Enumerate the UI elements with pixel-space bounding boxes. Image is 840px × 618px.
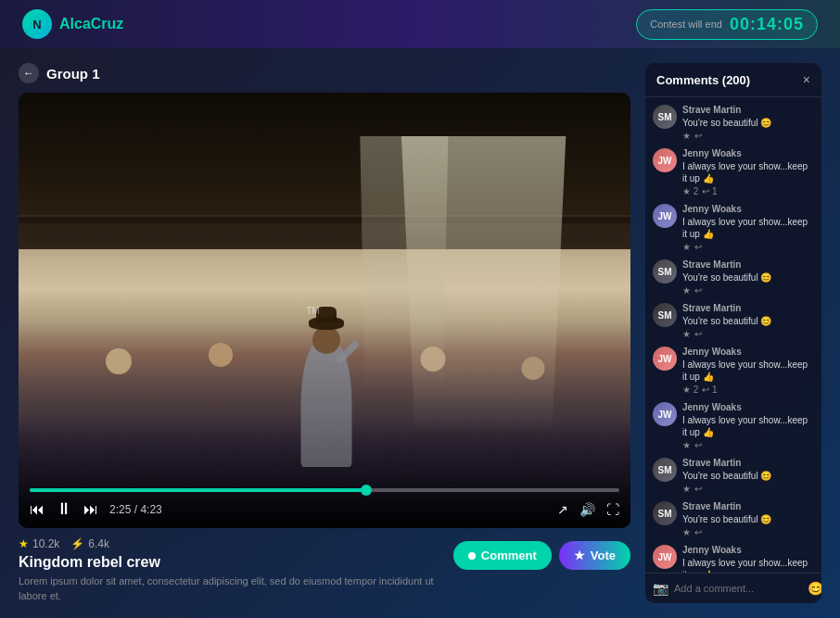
- share-button[interactable]: ↗: [557, 502, 568, 517]
- star-count: 10.2k: [32, 537, 59, 550]
- emoji-button[interactable]: 😊: [808, 581, 821, 596]
- comment-content: Jenny Woaks I always love your show...ke…: [682, 148, 814, 196]
- comment-text: I always love your show...keep it up 👍: [682, 160, 814, 184]
- comment-avatar: SM: [653, 501, 677, 525]
- app-header: N AlcaCruz Contest will end 00:14:05: [0, 0, 840, 48]
- controls-left: ⏮ ⏸ ⏭ 2:25 / 4:23: [30, 499, 162, 519]
- star-icon: ★: [19, 537, 29, 550]
- comment-avatar: SM: [653, 105, 677, 129]
- video-title: Kingdom rebel crew: [19, 554, 453, 571]
- comment-item: SM Strave Martin You're so beautiful 😊 ★…: [653, 105, 814, 141]
- star-comment-button[interactable]: ★: [682, 440, 691, 450]
- comment-content: Strave Martin You're so beautiful 😊 ★ ↩: [682, 458, 814, 494]
- timer-value: 00:14:05: [730, 15, 804, 34]
- reply-comment-button[interactable]: ↩: [694, 440, 702, 450]
- view-count: 6.4k: [88, 537, 109, 550]
- time-display: 2:25 / 4:23: [109, 503, 162, 516]
- comment-button[interactable]: Comment: [453, 541, 552, 570]
- progress-dot: [361, 485, 372, 496]
- video-meta: ★ 10.2k ⚡ 6.4k Kingdom rebel crew Lorem …: [19, 537, 453, 603]
- commenter-name: Jenny Woaks: [682, 347, 814, 357]
- group-title: Group 1: [46, 66, 100, 82]
- logo-text: AlcaCruz: [59, 16, 123, 32]
- logo-icon: N: [22, 9, 52, 39]
- star-comment-button[interactable]: ★: [682, 242, 691, 252]
- comment-content: Strave Martin You're so beautiful 😊 ★ ↩: [682, 105, 814, 141]
- star-comment-button[interactable]: ★: [682, 484, 691, 494]
- reply-comment-button[interactable]: ↩: [694, 285, 702, 296]
- left-panel: ← Group 1: [19, 63, 630, 603]
- comment-actions: ★ ↩: [682, 242, 814, 252]
- camera-icon: 📷: [653, 581, 668, 596]
- comment-actions: ★ ↩: [682, 527, 814, 537]
- comment-item: JW Jenny Woaks I always love your show..…: [653, 204, 814, 252]
- video-player[interactable]: TM ⏮ ⏸ ⏭ 2:25 / 4:23: [19, 93, 630, 528]
- reply-comment-button[interactable]: ↩: [694, 329, 702, 339]
- view-stat: ⚡ 6.4k: [70, 537, 109, 550]
- back-button[interactable]: ←: [19, 63, 39, 83]
- comment-input-area: 📷 😊: [645, 573, 821, 603]
- fullscreen-button[interactable]: ⛶: [606, 502, 619, 517]
- star-comment-button[interactable]: ★: [682, 285, 691, 296]
- comment-icon: [468, 552, 476, 560]
- comment-item: SM Strave Martin You're so beautiful 😊 ★…: [653, 259, 814, 296]
- star-comment-button[interactable]: ★: [682, 527, 691, 537]
- comment-text: I always love your show...keep it up 👍: [682, 216, 814, 240]
- comment-actions: ★ ↩: [682, 484, 814, 494]
- comment-text: You're so beautiful 😊: [682, 271, 814, 284]
- comment-avatar: JW: [653, 545, 677, 569]
- pause-button[interactable]: ⏸: [56, 499, 72, 519]
- comment-avatar: SM: [653, 303, 677, 327]
- comments-title: Comments (200): [656, 73, 750, 87]
- commenter-name: Jenny Woaks: [682, 545, 814, 555]
- comment-item: JW Jenny Woaks I always love your show..…: [653, 347, 814, 395]
- commenter-name: Strave Martin: [682, 501, 814, 511]
- comment-text: You're so beautiful 😊: [682, 513, 814, 525]
- video-info: ★ 10.2k ⚡ 6.4k Kingdom rebel crew Lorem …: [19, 537, 630, 603]
- timer-label: Contest will end: [650, 19, 722, 30]
- video-controls: ⏮ ⏸ ⏭ 2:25 / 4:23 ↗ 🔊 ⛶: [19, 481, 630, 528]
- video-scene: TM: [19, 93, 630, 528]
- comment-input[interactable]: [674, 583, 802, 594]
- star-comment-button[interactable]: ★: [682, 131, 691, 141]
- star-comment-button[interactable]: ★ 2: [682, 385, 698, 395]
- reply-comment-button[interactable]: ↩ 1: [702, 186, 717, 196]
- reply-comment-button[interactable]: ↩: [694, 131, 702, 141]
- comment-text: I always love your show...keep it up 👍: [682, 359, 814, 383]
- main-content: ← Group 1: [0, 48, 840, 618]
- timer-area: Contest will end 00:14:05: [636, 9, 818, 40]
- reply-comment-button[interactable]: ↩ 1: [702, 385, 717, 395]
- comment-content: Strave Martin You're so beautiful 😊 ★ ↩: [682, 303, 814, 339]
- reply-comment-button[interactable]: ↩: [694, 527, 702, 537]
- vote-button[interactable]: ★ Vote: [559, 541, 630, 570]
- progress-bar[interactable]: [30, 488, 619, 492]
- comment-avatar: JW: [653, 204, 677, 228]
- star-comment-button[interactable]: ★ 2: [682, 186, 698, 196]
- star-comment-button[interactable]: ★: [682, 329, 691, 339]
- commenter-name: Strave Martin: [682, 303, 814, 313]
- reply-comment-button[interactable]: ↩: [694, 242, 702, 252]
- close-comments-button[interactable]: ×: [803, 72, 810, 87]
- video-description: Lorem ipsum dolor sit amet, consectetur …: [19, 574, 453, 603]
- controls-right: ↗ 🔊 ⛶: [557, 502, 619, 517]
- forward-button[interactable]: ⏭: [83, 501, 98, 518]
- volume-button[interactable]: 🔊: [579, 502, 595, 517]
- comment-actions: ★ 2 ↩ 1: [682, 385, 814, 395]
- video-timestamp-overlay: TM: [306, 306, 319, 316]
- comment-content: Jenny Woaks I always love your show...ke…: [682, 402, 814, 450]
- progress-fill: [30, 488, 366, 492]
- comment-avatar: JW: [653, 347, 677, 371]
- reply-comment-button[interactable]: ↩: [694, 484, 702, 494]
- comment-text: You're so beautiful 😊: [682, 470, 814, 482]
- comment-item: SM Strave Martin You're so beautiful 😊 ★…: [653, 303, 814, 339]
- comments-panel: Comments (200) × SM Strave Martin You're…: [645, 63, 821, 603]
- comment-content: Jenny Woaks I always love your show...ke…: [682, 347, 814, 395]
- comment-actions: ★ ↩: [682, 440, 814, 450]
- comment-content: Jenny Woaks I always love your show...ke…: [682, 204, 814, 252]
- comments-list: SM Strave Martin You're so beautiful 😊 ★…: [645, 97, 821, 573]
- rewind-button[interactable]: ⏮: [30, 501, 45, 518]
- comment-actions: ★ ↩: [682, 131, 814, 141]
- controls-row: ⏮ ⏸ ⏭ 2:25 / 4:23 ↗ 🔊 ⛶: [30, 499, 619, 519]
- commenter-name: Jenny Woaks: [682, 148, 814, 158]
- comment-item: JW Jenny Woaks I always love your show..…: [653, 545, 814, 573]
